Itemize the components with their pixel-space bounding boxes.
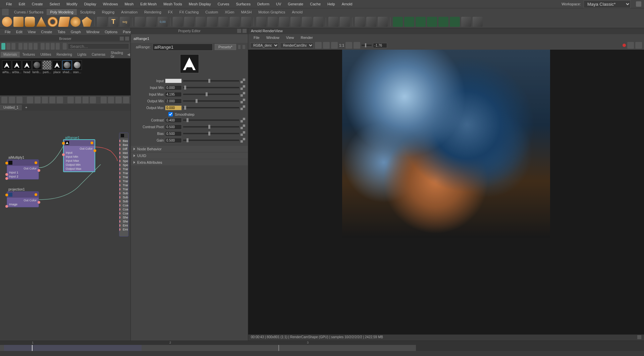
rv-toolbar-icon[interactable]: [354, 42, 360, 49]
shelf-tab-rigging[interactable]: Rigging: [99, 9, 118, 15]
shelf-tool-icon[interactable]: [450, 17, 460, 27]
hs-menu-graph[interactable]: Graph: [68, 29, 84, 35]
graph-toolbar-icon[interactable]: [108, 97, 114, 103]
tab-rendering[interactable]: Rendering: [54, 52, 75, 57]
smoothstep-checkbox[interactable]: [168, 112, 173, 116]
hs-menu-options[interactable]: Options: [102, 29, 120, 35]
node-port-row[interactable]: Spe: [119, 163, 128, 167]
hs-menu-view[interactable]: View: [25, 29, 39, 35]
menu-create[interactable]: Create: [29, 1, 46, 7]
shelf-tool-icon[interactable]: [404, 17, 414, 27]
material-item[interactable]: place: [52, 60, 62, 93]
graph-toolbar-icon[interactable]: [123, 97, 129, 103]
node-port-row[interactable]: Tran: [119, 175, 128, 179]
node-port-row[interactable]: Base: [119, 143, 128, 147]
toolbar-icon[interactable]: [23, 43, 28, 50]
search-input[interactable]: [68, 43, 129, 49]
show-icon[interactable]: [243, 45, 245, 49]
shelf-tool-icon[interactable]: [256, 17, 266, 27]
shelf-tool-icon[interactable]: [290, 17, 301, 27]
close-icon[interactable]: [243, 29, 247, 33]
tab-shadinggr[interactable]: Shading Gr: [108, 50, 126, 59]
attr-slider[interactable]: [183, 119, 239, 121]
shelf-tool-icon[interactable]: [340, 17, 350, 27]
node-port-row[interactable]: She: [119, 219, 128, 223]
node-port-row[interactable]: Coa: [119, 207, 128, 211]
attr-slider[interactable]: [183, 107, 239, 108]
node-port-row[interactable]: Sub: [119, 199, 128, 203]
toolbar-icon[interactable]: [34, 43, 38, 50]
section-extra-attributes[interactable]: Extra Attributes: [131, 159, 248, 165]
tab-utilities[interactable]: Utilities: [38, 52, 54, 57]
node-port-row[interactable]: Tran: [119, 167, 128, 171]
shelf-tab-fx[interactable]: FX: [165, 9, 176, 15]
rv-menu-render[interactable]: Render: [298, 35, 316, 40]
shelf-tool-icon[interactable]: [302, 17, 312, 27]
tab-materials[interactable]: Materials: [1, 52, 20, 57]
map-button-icon[interactable]: [240, 118, 245, 122]
graph-toolbar-icon[interactable]: [35, 97, 41, 103]
shelf-tool-icon[interactable]: [184, 17, 194, 27]
render-viewport[interactable]: [248, 50, 644, 335]
shelf-tool-icon[interactable]: [218, 17, 228, 27]
graph-toolbar-icon[interactable]: [75, 97, 81, 103]
tab-lights[interactable]: Lights: [75, 52, 89, 57]
shelf-plane-icon[interactable]: [58, 17, 70, 27]
shelf-cube-icon[interactable]: [13, 17, 23, 27]
attr-input[interactable]: [165, 105, 182, 110]
timeline-range[interactable]: [4, 345, 142, 351]
toolbar-icon[interactable]: [29, 43, 33, 50]
graph-toolbar-icon[interactable]: [27, 97, 33, 103]
close-icon[interactable]: [125, 37, 129, 41]
node-port-row[interactable]: Spe: [119, 155, 128, 159]
attr-slider[interactable]: [183, 140, 239, 141]
node-projection1[interactable]: projection1 Out Color Image: [7, 191, 39, 207]
attr-input[interactable]: [165, 124, 182, 130]
node-airange1[interactable]: aiRange1 Out Color Input Input Min Input…: [63, 139, 95, 172]
node-port-row[interactable]: Base: [119, 139, 128, 143]
menu-editmesh[interactable]: Edit Mesh: [137, 1, 160, 7]
shelf-tool-icon[interactable]: 0,00: [158, 17, 168, 27]
tab-cameras[interactable]: Cameras: [89, 52, 108, 57]
attr-input[interactable]: [165, 138, 182, 143]
graph-toolbar-icon[interactable]: [115, 97, 121, 103]
fullscreen-icon[interactable]: [637, 335, 641, 339]
shelf-tab-sculpting[interactable]: Sculpting: [77, 9, 99, 15]
shelf-torus-icon[interactable]: [48, 17, 58, 27]
attr-input[interactable]: [165, 85, 182, 90]
shelf-tool-icon[interactable]: [378, 17, 388, 27]
rv-toolbar-icon[interactable]: [345, 42, 352, 49]
graph-toolbar-icon[interactable]: [101, 97, 107, 103]
menu-edit[interactable]: Edit: [15, 1, 29, 7]
aov-dropdown[interactable]: RGBA_denoise: [250, 43, 279, 48]
shelf-tool-icon[interactable]: [438, 17, 448, 27]
shelf-tab-animation[interactable]: Animation: [118, 9, 141, 15]
shelf-tool-icon[interactable]: [355, 17, 365, 27]
map-button-icon[interactable]: [240, 131, 245, 136]
tab-nav-left-icon[interactable]: ◀: [126, 52, 131, 57]
node-port-row[interactable]: Met: [119, 151, 128, 155]
graph-toolbar-icon[interactable]: [83, 97, 89, 103]
menu-deform[interactable]: Deform: [254, 1, 273, 7]
menu-file[interactable]: File: [3, 1, 15, 7]
section-uuid[interactable]: UUID: [131, 153, 248, 159]
toolbar-toggle-icon[interactable]: [1, 43, 5, 50]
menu-modify[interactable]: Modify: [63, 1, 80, 7]
shelf-tool-icon[interactable]: [173, 17, 183, 27]
rv-toolbar-icon[interactable]: [323, 42, 330, 49]
node-port-row[interactable]: Coa: [119, 211, 128, 215]
map-button-icon[interactable]: [240, 138, 245, 143]
shelf-tool-icon[interactable]: [196, 17, 206, 27]
attr-input[interactable]: [165, 99, 182, 104]
node-graph[interactable]: aiMultiply1 Out Color Input 1 Input 2 pr…: [0, 111, 130, 341]
node-port-row[interactable]: Tran: [119, 171, 128, 175]
exposure-slider[interactable]: [362, 45, 372, 46]
menu-select[interactable]: Select: [46, 1, 63, 7]
shelf-tool-icon[interactable]: [313, 17, 323, 27]
attr-slider[interactable]: [183, 100, 239, 102]
toolbar-icon[interactable]: [41, 43, 45, 50]
material-item[interactable]: aiRa...: [2, 60, 11, 93]
shelf-tab-motiongraphics[interactable]: Motion Graphics: [255, 9, 288, 15]
shelf-tool-icon[interactable]: [416, 17, 426, 27]
map-button-icon[interactable]: [240, 124, 245, 129]
